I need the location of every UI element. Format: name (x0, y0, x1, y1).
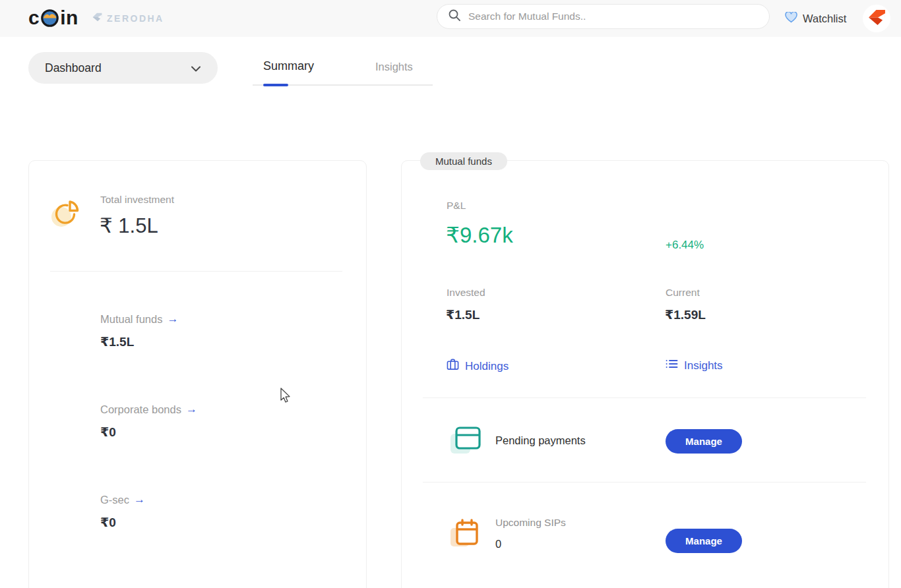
breakdown-corporate-bonds: Corporate bonds → ₹0 (100, 403, 197, 440)
search-input[interactable] (468, 11, 759, 22)
total-investment-value: ₹ 1.5L (100, 214, 158, 238)
current-label: Current (666, 287, 700, 299)
summary-insights-tabs: Summary Insights (253, 57, 433, 86)
divider (50, 271, 342, 272)
list-icon (666, 359, 678, 372)
current-value: ₹1.59L (665, 307, 706, 322)
zerodha-kite-icon (92, 13, 102, 24)
gsec-value: ₹0 (100, 515, 145, 530)
breakdown-gsec: G-sec → ₹0 (100, 493, 145, 530)
kite-account-button[interactable] (863, 5, 890, 32)
pending-payments-label: Pending payments (495, 434, 586, 447)
tab-summary[interactable]: Summary (263, 59, 314, 73)
mutual-funds-link[interactable]: Mutual funds → (100, 312, 178, 326)
pnl-value: ₹9.67k (446, 222, 513, 248)
credit-card-icon (449, 425, 482, 458)
pie-chart-icon (50, 198, 80, 231)
arrow-right-icon: → (134, 493, 145, 506)
tab-insights[interactable]: Insights (375, 61, 413, 73)
active-tab-indicator (263, 84, 288, 86)
dashboard-dropdown[interactable]: Dashboard (28, 52, 218, 84)
holdings-link-label: Holdings (465, 360, 509, 373)
corporate-bonds-link[interactable]: Corporate bonds → (100, 403, 197, 416)
pnl-label: P&L (447, 200, 466, 212)
app-header: cin ZERODHA Watchlist (0, 0, 901, 37)
upcoming-sips-count: 0 (495, 538, 501, 550)
manage-pending-payments-button[interactable]: Manage (666, 429, 742, 454)
upcoming-sips-label: Upcoming SIPs (495, 517, 566, 529)
briefcase-icon (447, 359, 459, 374)
holdings-link[interactable]: Holdings (447, 359, 509, 374)
gsec-link-label: G-sec (100, 494, 129, 506)
invested-value: ₹1.5L (446, 307, 480, 322)
zerodha-brand-text: ZERODHA (107, 13, 164, 24)
invested-label: Invested (447, 287, 485, 299)
dashboard-label: Dashboard (45, 61, 102, 75)
breakdown-mutual-funds: Mutual funds → ₹1.5L (100, 312, 178, 349)
insights-link-label: Insights (684, 359, 723, 372)
watchlist-button[interactable]: Watchlist (785, 0, 846, 37)
coin-o-icon (40, 9, 60, 27)
coin-logo[interactable]: cin (28, 8, 78, 28)
corporate-bonds-link-label: Corporate bonds (100, 403, 181, 416)
kite-logo-icon (868, 9, 886, 28)
mutual-funds-value: ₹1.5L (100, 334, 178, 349)
corporate-bonds-value: ₹0 (100, 425, 197, 440)
search-icon (448, 9, 461, 24)
arrow-right-icon: → (167, 312, 178, 326)
mutual-funds-card-tab-label: Mutual funds (435, 156, 492, 167)
manage-sips-button[interactable]: Manage (666, 529, 742, 553)
calendar-icon (449, 517, 481, 552)
total-investment-label: Total investment (100, 194, 174, 206)
pnl-change: +6.44% (666, 239, 704, 252)
mutual-funds-link-label: Mutual funds (100, 313, 162, 326)
search-bar[interactable] (437, 4, 770, 29)
mutual-funds-card-tab[interactable]: Mutual funds (420, 152, 507, 170)
gsec-link[interactable]: G-sec → (100, 493, 145, 506)
mutual-funds-card: P&L ₹9.67k +6.44% Invested ₹1.5L Current… (401, 160, 889, 588)
watchlist-label: Watchlist (803, 13, 846, 25)
heart-icon (785, 12, 797, 26)
divider (423, 397, 866, 398)
divider (423, 482, 866, 483)
insights-link[interactable]: Insights (666, 359, 723, 372)
zerodha-brand: ZERODHA (92, 13, 164, 24)
total-investment-card: Total investment ₹ 1.5L Mutual funds → ₹… (28, 160, 367, 588)
arrow-right-icon: → (186, 403, 197, 416)
chevron-down-icon (191, 61, 201, 75)
